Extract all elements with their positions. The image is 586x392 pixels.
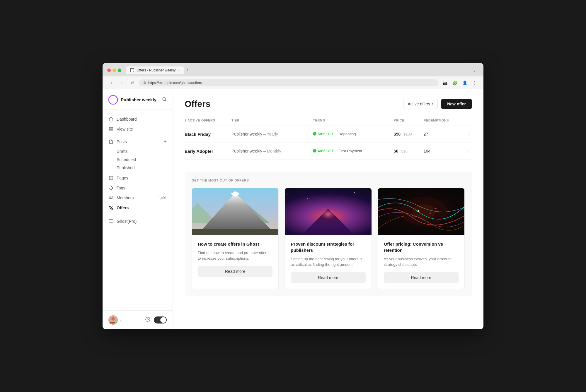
active-offers-label: Active offers bbox=[408, 102, 430, 106]
maximize-traffic-light[interactable] bbox=[118, 69, 121, 72]
sidebar: Publisher weekly Dashboard bbox=[103, 89, 173, 329]
svg-point-22 bbox=[147, 319, 149, 320]
sidebar-item-offers[interactable]: Offers bbox=[103, 203, 173, 213]
new-tab-button[interactable]: + bbox=[185, 67, 191, 73]
price-current-1: $6 bbox=[394, 149, 398, 153]
tags-icon bbox=[108, 185, 114, 191]
traffic-lights bbox=[107, 69, 121, 72]
sidebar-item-published[interactable]: Published bbox=[103, 164, 173, 172]
sidebar-footer: ⌄ bbox=[103, 310, 173, 329]
resources-section-title: Get the most out of Offers bbox=[192, 179, 465, 182]
resource-title-2: Offer pricing: Conversion vs retention bbox=[384, 241, 459, 253]
sidebar-header: Publisher weekly bbox=[103, 89, 173, 109]
tier-name-1: Publisher weekly bbox=[231, 149, 262, 153]
active-offers-chevron: ▾ bbox=[432, 102, 433, 105]
read-more-button-1[interactable]: Read more bbox=[291, 272, 365, 283]
posts-icon bbox=[108, 139, 114, 144]
user-area[interactable]: ⌄ bbox=[108, 315, 123, 325]
camera-button[interactable]: 📷 bbox=[441, 79, 449, 87]
offers-label: Offers bbox=[117, 206, 129, 210]
search-icon bbox=[162, 97, 167, 102]
svg-point-15 bbox=[110, 206, 110, 207]
table-row[interactable]: Early Adopter Publisher weekly – Monthly… bbox=[185, 143, 472, 160]
new-offer-button[interactable]: New offer bbox=[441, 99, 472, 109]
svg-point-33 bbox=[307, 198, 308, 199]
resource-body-1: Proven discount strategies for publisher… bbox=[285, 235, 371, 289]
svg-point-40 bbox=[417, 210, 419, 212]
sidebar-item-scheduled[interactable]: Scheduled bbox=[103, 155, 173, 164]
resource-card-2: Offer pricing: Conversion vs retention A… bbox=[378, 188, 465, 289]
app-container: Publisher weekly Dashboard bbox=[103, 89, 483, 329]
svg-point-31 bbox=[314, 203, 343, 223]
offers-table: 2 Active Offers Tier Terms Price Redempt… bbox=[185, 119, 472, 160]
row-chevron-0[interactable]: › bbox=[468, 131, 469, 137]
active-offers-button[interactable]: Active offers ▾ bbox=[403, 99, 438, 109]
price-current-0: $50 bbox=[394, 132, 401, 136]
svg-rect-28 bbox=[192, 229, 278, 235]
resources-grid: How to create offers in Ghost Find out h… bbox=[192, 188, 465, 289]
discount-pct-0: 50% OFF bbox=[318, 132, 334, 136]
view-site-icon bbox=[108, 126, 114, 132]
sidebar-item-drafts[interactable]: Drafts bbox=[103, 147, 173, 155]
site-logo-area: Publisher weekly bbox=[108, 95, 156, 105]
browser-controls: ‹ › ↺ https://example.com/ghost/#/offers… bbox=[103, 76, 483, 89]
column-terms: Terms bbox=[313, 119, 393, 126]
extensions-button[interactable]: 🧩 bbox=[451, 79, 459, 87]
offer-name-0: Black Friday bbox=[185, 132, 211, 137]
close-traffic-light[interactable] bbox=[107, 69, 111, 72]
resource-desc-2: As your business evolves, your discount … bbox=[384, 256, 459, 268]
address-bar[interactable]: https://example.com/ghost/#/offers bbox=[139, 79, 438, 86]
tier-period-0: – Yearly bbox=[263, 132, 278, 136]
lock-icon bbox=[143, 81, 146, 85]
sidebar-item-members[interactable]: Members 1,401 bbox=[103, 193, 173, 203]
posts-add-button[interactable]: + bbox=[163, 139, 167, 145]
table-row[interactable]: Black Friday Publisher weekly – Yearly 5… bbox=[185, 126, 472, 143]
ghost-pro-label: Ghost(Pro) bbox=[117, 219, 137, 224]
refresh-button[interactable]: ↺ bbox=[128, 79, 137, 87]
svg-point-1 bbox=[109, 95, 117, 104]
window-control-chevron: ⌄ bbox=[473, 67, 479, 73]
active-offers-count: 2 Active Offers bbox=[185, 119, 215, 122]
site-name: Publisher weekly bbox=[121, 97, 156, 102]
members-icon bbox=[108, 195, 114, 201]
read-more-button-0[interactable]: Read more bbox=[198, 266, 272, 277]
search-button[interactable] bbox=[162, 97, 167, 103]
sidebar-item-tags[interactable]: Tags bbox=[103, 183, 173, 193]
sidebar-item-ghost-pro[interactable]: Ghost(Pro) bbox=[103, 216, 173, 226]
tier-period-1: – Monthly bbox=[263, 149, 281, 153]
members-label: Members bbox=[117, 196, 134, 200]
forward-button[interactable]: › bbox=[118, 79, 126, 87]
row-chevron-1[interactable]: › bbox=[468, 148, 469, 154]
dark-mode-toggle[interactable] bbox=[154, 316, 167, 323]
column-tier: Tier bbox=[231, 119, 313, 126]
online-status-dot bbox=[115, 322, 118, 325]
discount-1: 40% OFF – First-Payment bbox=[313, 149, 362, 153]
active-tab[interactable]: Offers - Publisher weekly × bbox=[126, 66, 184, 74]
minimize-traffic-light[interactable] bbox=[113, 69, 116, 72]
menu-button[interactable]: ⋮ bbox=[471, 79, 479, 87]
sidebar-item-dashboard[interactable]: Dashboard bbox=[103, 114, 173, 124]
svg-point-21 bbox=[111, 317, 115, 321]
tab-close-btn[interactable]: × bbox=[178, 69, 180, 72]
settings-button[interactable] bbox=[145, 317, 150, 323]
sidebar-item-pages[interactable]: Pages bbox=[103, 173, 173, 183]
main-content: Offers Active offers ▾ New offer 2 Activ… bbox=[173, 89, 483, 329]
svg-rect-0 bbox=[131, 69, 134, 72]
svg-rect-6 bbox=[109, 129, 111, 131]
tags-label: Tags bbox=[117, 186, 125, 190]
read-more-button-2[interactable]: Read more bbox=[384, 272, 459, 283]
toggle-knob bbox=[160, 317, 166, 323]
site-logo-icon bbox=[108, 95, 118, 105]
discount-dot-0 bbox=[313, 132, 316, 136]
svg-point-34 bbox=[354, 192, 355, 193]
members-badge: 1,401 bbox=[158, 196, 167, 200]
resource-card-0: How to create offers in Ghost Find out h… bbox=[192, 188, 279, 289]
back-button[interactable]: ‹ bbox=[107, 79, 115, 87]
redemptions-1: 164 bbox=[424, 149, 430, 153]
sidebar-item-posts[interactable]: Posts + bbox=[103, 136, 173, 147]
discount-dash-1: – bbox=[335, 149, 337, 153]
resource-desc-1: Setting up the right timing for your off… bbox=[291, 256, 365, 268]
profile-button[interactable]: 👤 bbox=[461, 79, 469, 87]
sidebar-item-view-site[interactable]: View site bbox=[103, 124, 173, 134]
price-original-0: $100 bbox=[403, 132, 412, 136]
